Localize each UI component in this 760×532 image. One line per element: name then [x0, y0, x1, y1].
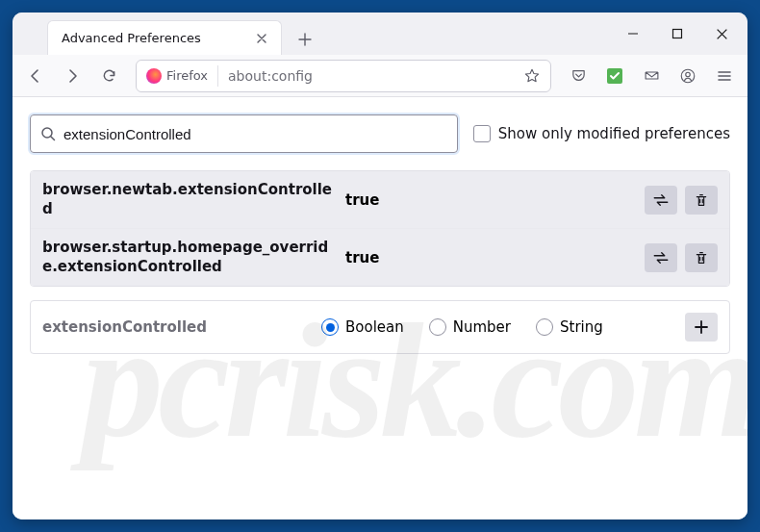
extension-button[interactable]	[597, 61, 632, 91]
back-icon	[27, 67, 44, 85]
search-input[interactable]	[63, 126, 447, 142]
account-icon	[679, 67, 697, 85]
tabs-area: Advanced Preferences	[13, 13, 611, 55]
titlebar: Advanced Preferences	[13, 13, 747, 55]
downloads-button[interactable]	[634, 61, 669, 91]
toggle-icon	[652, 249, 670, 266]
toggle-button[interactable]	[645, 186, 677, 215]
mail-icon	[644, 67, 660, 84]
plus-icon	[298, 33, 312, 46]
identity-label: Firefox	[166, 68, 208, 83]
forward-button[interactable]	[55, 61, 89, 91]
radio-label-text: Boolean	[345, 318, 404, 336]
tab-active[interactable]: Advanced Preferences	[47, 20, 282, 55]
pref-name: browser.newtab.extensionControlled	[42, 181, 336, 218]
maximize-button[interactable]	[655, 17, 699, 50]
radio-label-text: Number	[453, 318, 511, 336]
close-icon	[256, 33, 267, 44]
url-text: about:config	[224, 68, 512, 84]
svg-point-3	[686, 72, 691, 77]
radio-icon	[429, 318, 446, 336]
radio-string[interactable]: String	[536, 318, 603, 336]
pref-value: true	[345, 249, 635, 266]
pref-actions	[645, 243, 718, 272]
reload-icon	[101, 67, 117, 84]
close-window-button[interactable]	[699, 17, 744, 50]
back-button[interactable]	[18, 61, 53, 91]
search-icon	[40, 126, 56, 141]
reload-button[interactable]	[91, 61, 126, 91]
close-icon	[716, 28, 728, 40]
pocket-icon	[570, 67, 587, 84]
new-pref-name: extensionControlled	[42, 318, 312, 336]
svg-rect-0	[673, 30, 682, 38]
new-tab-button[interactable]	[290, 24, 320, 55]
plus-icon	[694, 319, 709, 335]
add-pref-button[interactable]	[685, 313, 718, 342]
search-row: Show only modified preferences	[30, 114, 730, 153]
radio-boolean[interactable]: Boolean	[321, 318, 404, 336]
firefox-icon	[146, 68, 162, 84]
trash-icon	[694, 192, 709, 208]
window-controls	[611, 13, 747, 55]
svg-point-2	[681, 69, 695, 83]
type-radio-group: Boolean Number String	[321, 318, 675, 336]
config-content: Show only modified preferences browser.n…	[13, 97, 747, 519]
show-modified-checkbox[interactable]: Show only modified preferences	[473, 125, 730, 142]
new-pref-row: extensionControlled Boolean Number Strin…	[30, 300, 730, 354]
close-tab-button[interactable]	[252, 29, 271, 48]
pref-name: browser.startup.homepage_override.extens…	[42, 239, 336, 276]
trash-icon	[694, 250, 709, 266]
reset-button[interactable]	[685, 243, 718, 272]
forward-icon	[63, 67, 81, 85]
pref-value: true	[345, 191, 635, 209]
hamburger-icon	[717, 68, 732, 84]
pref-row[interactable]: browser.newtab.extensionControlled true	[31, 171, 729, 229]
menu-button[interactable]	[707, 61, 742, 91]
address-bar[interactable]: Firefox about:config	[136, 60, 551, 92]
pocket-button[interactable]	[561, 61, 595, 91]
reset-button[interactable]	[685, 186, 718, 215]
pref-row[interactable]: browser.startup.homepage_override.extens…	[31, 229, 729, 286]
search-box[interactable]	[30, 114, 458, 153]
pref-table: browser.newtab.extensionControlled true …	[30, 170, 730, 287]
bookmark-button[interactable]	[518, 62, 546, 90]
radio-icon	[321, 318, 339, 336]
toggle-icon	[652, 191, 670, 209]
nav-toolbar: Firefox about:config	[13, 55, 747, 97]
extension-icon	[607, 68, 622, 84]
radio-number[interactable]: Number	[429, 318, 511, 336]
identity-badge[interactable]: Firefox	[140, 65, 218, 87]
radio-label-text: String	[560, 318, 603, 336]
maximize-icon	[671, 28, 683, 39]
tab-title: Advanced Preferences	[62, 31, 241, 45]
star-icon	[523, 67, 541, 85]
minimize-icon	[627, 28, 639, 39]
radio-icon	[536, 318, 553, 336]
pref-actions	[645, 186, 718, 215]
checkbox-label-text: Show only modified preferences	[498, 125, 730, 142]
checkbox-icon	[473, 125, 491, 142]
window-frame: Advanced Preferences	[13, 13, 747, 519]
toggle-button[interactable]	[645, 243, 677, 272]
minimize-button[interactable]	[611, 17, 655, 50]
account-button[interactable]	[671, 61, 705, 91]
